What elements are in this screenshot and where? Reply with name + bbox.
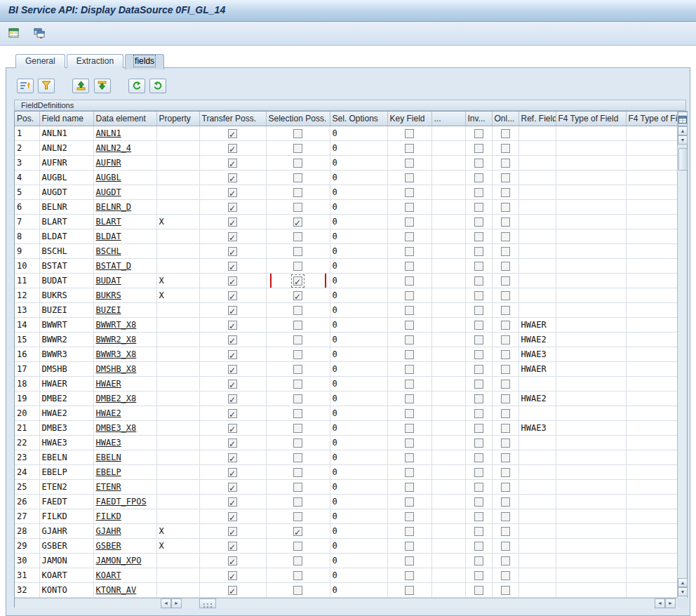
key-field-checkbox[interactable]: [405, 497, 414, 507]
scroll-down-button[interactable]: ▼: [678, 135, 688, 145]
transfer-possible-checkbox[interactable]: [228, 217, 237, 227]
cell-data-element-link[interactable]: BWWRT_X8: [96, 320, 137, 330]
filter-button[interactable]: [38, 79, 55, 93]
cell-data-element-link[interactable]: FILKD: [96, 511, 121, 521]
key-field-checkbox[interactable]: [405, 424, 414, 433]
selection-possible-checkbox[interactable]: [293, 129, 302, 138]
cell-data-element-link[interactable]: DMBE3_X8: [96, 423, 137, 433]
inversion-checkbox[interactable]: [474, 483, 483, 492]
cell-data-element-link[interactable]: GJAHR: [96, 526, 121, 536]
column-header-onl[interactable]: Onl...: [492, 112, 518, 126]
selection-possible-checkbox[interactable]: [293, 424, 302, 433]
column-header-pos[interactable]: Pos.: [15, 112, 39, 126]
online-checkbox[interactable]: [501, 483, 510, 492]
transfer-possible-checkbox[interactable]: [228, 453, 237, 462]
inversion-checkbox[interactable]: [474, 306, 483, 315]
transfer-possible-checkbox[interactable]: [228, 424, 237, 433]
key-field-checkbox[interactable]: [405, 438, 414, 448]
selection-possible-checkbox[interactable]: [293, 468, 302, 477]
cell-data-element-link[interactable]: BLDAT: [96, 232, 121, 241]
column-header-inv[interactable]: Inv...: [465, 112, 492, 126]
column-header-transfer-poss[interactable]: Transfer Poss.: [199, 112, 266, 126]
cell-data-element-link[interactable]: KTONR_AV: [96, 585, 137, 595]
cell-data-element-link[interactable]: BUDAT: [96, 276, 121, 286]
online-checkbox[interactable]: [501, 291, 510, 300]
inversion-checkbox[interactable]: [474, 144, 483, 153]
vertical-scroll-thumb[interactable]: [678, 148, 688, 170]
online-checkbox[interactable]: [501, 321, 510, 330]
key-field-checkbox[interactable]: [405, 232, 414, 241]
cell-data-element-link[interactable]: JAMON_XPO: [96, 556, 142, 565]
key-field-checkbox[interactable]: [405, 291, 414, 300]
inversion-checkbox[interactable]: [474, 542, 483, 551]
key-field-checkbox[interactable]: [405, 247, 414, 256]
cell-data-element-link[interactable]: BELNR_D: [96, 202, 132, 212]
cell-data-element-link[interactable]: DMSHB_X8: [96, 364, 137, 374]
inversion-checkbox[interactable]: [474, 203, 483, 212]
scroll-left-end-button[interactable]: ◄: [655, 598, 665, 608]
selection-possible-checkbox[interactable]: [293, 527, 302, 536]
online-checkbox[interactable]: [501, 173, 510, 182]
inversion-checkbox[interactable]: [474, 438, 483, 448]
selection-possible-checkbox[interactable]: [293, 159, 302, 168]
inversion-checkbox[interactable]: [474, 173, 483, 182]
column-header-property[interactable]: Property: [156, 112, 199, 126]
key-field-checkbox[interactable]: [405, 527, 414, 536]
online-checkbox[interactable]: [501, 586, 510, 595]
cell-data-element-link[interactable]: BWWR2_X8: [96, 335, 137, 344]
cell-data-element-link[interactable]: ETENR: [96, 482, 121, 492]
column-header-col-8[interactable]: ...: [431, 112, 465, 126]
transfer-possible-checkbox[interactable]: [228, 497, 237, 507]
column-header-ref-field[interactable]: Ref. Field: [518, 112, 556, 126]
cell-data-element-link[interactable]: FAEDT_FPOS: [96, 497, 147, 507]
online-checkbox[interactable]: [501, 497, 510, 507]
cell-data-element-link[interactable]: BSTAT_D: [96, 261, 132, 271]
inversion-checkbox[interactable]: [474, 321, 483, 330]
key-field-checkbox[interactable]: [405, 173, 414, 182]
inversion-checkbox[interactable]: [474, 409, 483, 418]
online-checkbox[interactable]: [501, 453, 510, 462]
scroll-right-end-button[interactable]: ►: [665, 598, 676, 608]
transfer-possible-checkbox[interactable]: [228, 262, 237, 271]
move-up-button[interactable]: [72, 79, 89, 93]
transfer-possible-checkbox[interactable]: [228, 188, 237, 197]
key-field-checkbox[interactable]: [405, 306, 414, 315]
transfer-possible-checkbox[interactable]: [228, 365, 237, 374]
move-down-button[interactable]: [94, 79, 111, 93]
selection-possible-checkbox[interactable]: [293, 217, 302, 227]
sort-button[interactable]: [17, 79, 34, 93]
selection-possible-checkbox[interactable]: [293, 365, 302, 374]
online-checkbox[interactable]: [501, 159, 510, 168]
inversion-checkbox[interactable]: [474, 276, 483, 286]
transfer-possible-checkbox[interactable]: [228, 247, 237, 256]
selection-possible-checkbox[interactable]: [293, 203, 302, 212]
inversion-checkbox[interactable]: [474, 571, 483, 580]
cell-data-element-link[interactable]: HWAER: [96, 379, 121, 389]
inversion-checkbox[interactable]: [474, 424, 483, 433]
inversion-checkbox[interactable]: [474, 262, 483, 271]
selection-possible-checkbox[interactable]: [293, 291, 302, 300]
selection-possible-checkbox[interactable]: [293, 335, 302, 344]
transfer-possible-checkbox[interactable]: [228, 159, 237, 168]
transfer-possible-checkbox[interactable]: [228, 571, 237, 580]
transfer-possible-checkbox[interactable]: [228, 291, 237, 300]
transfer-possible-checkbox[interactable]: [228, 350, 237, 359]
key-field-checkbox[interactable]: [405, 453, 414, 462]
transfer-possible-checkbox[interactable]: [228, 321, 237, 330]
key-field-checkbox[interactable]: [405, 335, 414, 344]
selection-possible-checkbox[interactable]: [293, 232, 302, 241]
cell-data-element-link[interactable]: BUZEI: [96, 305, 121, 315]
transfer-possible-checkbox[interactable]: [228, 527, 237, 536]
column-header-sel-options[interactable]: Sel. Options: [330, 112, 387, 126]
inversion-checkbox[interactable]: [474, 232, 483, 241]
key-field-checkbox[interactable]: [405, 365, 414, 374]
scroll-down-bottom-button[interactable]: ▼: [678, 587, 688, 596]
inversion-checkbox[interactable]: [474, 350, 483, 359]
transfer-possible-checkbox[interactable]: [228, 306, 237, 315]
key-field-checkbox[interactable]: [405, 188, 414, 197]
rotate-right-button[interactable]: [149, 79, 166, 93]
selection-possible-checkbox[interactable]: [293, 556, 302, 565]
tab-general[interactable]: General: [15, 54, 65, 68]
transfer-possible-checkbox[interactable]: [228, 483, 237, 492]
selection-possible-checkbox[interactable]: [293, 394, 302, 403]
